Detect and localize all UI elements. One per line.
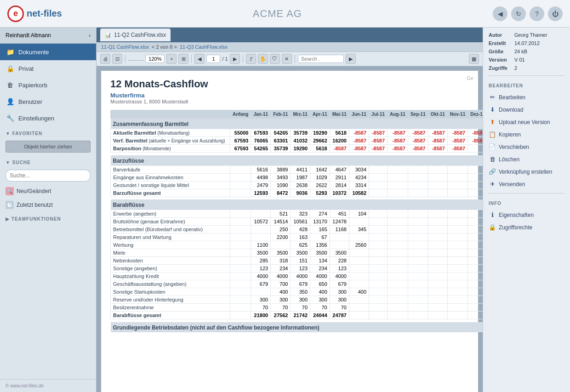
cell — [408, 226, 428, 233]
search-item-neu[interactable]: 🔍 Neu/Geändert — [0, 184, 96, 198]
cell: 67593 — [251, 129, 271, 137]
action-zugriffsrechte[interactable]: 🔒 Zugriffsrechte — [489, 222, 564, 233]
col-header-mai: Mai-11 — [330, 110, 349, 119]
excel-icon: 📊 — [105, 32, 111, 38]
search-input[interactable] — [6, 170, 91, 182]
cell: 4647 — [330, 165, 349, 173]
cell — [428, 312, 447, 319]
user-row[interactable]: Reinhardt Altmann › — [0, 28, 96, 44]
file-tab-active[interactable]: 📊 11-Q2 CashFlow.xlsx — [100, 28, 171, 41]
cell: 428 — [291, 226, 310, 233]
row-label: Verf. Barmittel (aktuelle + Eingänge vor… — [111, 137, 230, 145]
sidebar-item-papierkorb[interactable]: 🗑 Papierkorb — [0, 77, 96, 93]
row-label: Barverkäufe — [111, 165, 230, 173]
cell: 19290 — [310, 129, 330, 137]
groesse-label: Größe — [489, 49, 513, 54]
sidebar-item-benutzer[interactable]: 👤 Benutzer — [0, 93, 96, 110]
action-label: Verschieben — [499, 144, 529, 150]
company-name: ACME AG — [253, 8, 302, 20]
cell — [388, 257, 408, 265]
cell: 2814 — [330, 181, 349, 189]
cell: 234 — [310, 265, 330, 273]
back-icon[interactable]: ◀ — [493, 6, 507, 21]
table-row: Barzuflüsse gesamt 12593 8472 9036 5293 … — [111, 189, 483, 197]
cell — [388, 265, 408, 273]
cell — [428, 218, 447, 226]
cell: 4000 — [271, 273, 291, 280]
next-file-link[interactable]: 11-Q3 CashFlow.xlsx — [180, 44, 228, 50]
cell: -8587 — [428, 137, 447, 145]
next-page-button[interactable]: ▶ — [230, 54, 240, 64]
power-icon[interactable]: ⏻ — [548, 6, 563, 21]
select-button[interactable]: 𝑇 — [246, 54, 256, 64]
action-bearbeiten[interactable]: ✏ Bearbeiten — [489, 92, 564, 102]
cell: 3500 — [271, 249, 291, 257]
cell — [408, 257, 428, 265]
document-view[interactable]: Ge 12 Monats-Cashflow Musterfirma Muster… — [97, 66, 483, 392]
cell — [408, 280, 428, 288]
cell — [408, 165, 428, 173]
cell: 19290 — [291, 145, 310, 153]
table-row: Geschäftsausstattung (angeben) 679 700 6… — [111, 280, 483, 288]
sidebar-item-dokumente[interactable]: 📁 Dokumente — [0, 44, 96, 60]
sidebar-item-privat[interactable]: 🔒 Privat — [0, 60, 96, 77]
sidebar-toggle-button[interactable]: ▦ — [469, 54, 479, 64]
fit-button[interactable]: ⊡ — [112, 54, 122, 64]
cell: 5616 — [251, 165, 271, 173]
divider2 — [489, 193, 564, 193]
prev-page-button[interactable]: ◀ — [194, 54, 205, 64]
cell — [388, 165, 408, 173]
document-content: Ge 12 Monats-Cashflow Musterfirma Muster… — [101, 71, 478, 392]
cell — [230, 226, 251, 233]
action-verschieben[interactable]: 📄 Verschieben — [489, 142, 564, 152]
cell — [428, 304, 447, 312]
fav-drop-zone[interactable]: Objekt hierher ziehen — [6, 141, 91, 153]
cell: 300 — [271, 296, 291, 304]
bookmark-button[interactable]: ⛉ — [270, 54, 280, 64]
cell: 70 — [330, 304, 349, 312]
cell: 123 — [251, 265, 271, 273]
cell — [388, 181, 408, 189]
cell — [349, 233, 369, 241]
action-upload[interactable]: ⬆ Upload neue Version — [489, 117, 564, 127]
cell: 4411 — [291, 165, 310, 173]
cell: -8587 — [349, 137, 369, 145]
print-button[interactable]: 🖨 — [100, 54, 110, 64]
section-barzufluesse: Barzuflüsse — [111, 155, 483, 166]
sidebar-item-einstellungen[interactable]: 🔧 Einstellungen — [0, 110, 96, 126]
close-button[interactable]: ✕ — [282, 54, 292, 64]
action-loeschen[interactable]: 🗑 Löschen — [489, 154, 564, 165]
help-icon[interactable]: ? — [530, 6, 544, 21]
cell — [468, 312, 483, 319]
action-eigenschaften[interactable]: ℹ Eigenschaften — [489, 210, 564, 220]
action-kopieren[interactable]: 📋 Kopieren — [489, 129, 564, 140]
prev-file-link[interactable]: 11-Q1 CashFlow.xlsx — [101, 44, 149, 50]
table-row: Aktuelle Barmittel (Monatsanfang) 55000 … — [111, 129, 483, 137]
cell: 163 — [291, 233, 310, 241]
action-versenden[interactable]: ✈ Versenden — [489, 179, 564, 189]
zoom-in-button[interactable]: + — [166, 54, 177, 64]
search-item-zuletzt[interactable]: 🕒 Zuletzt benutzt — [0, 198, 96, 212]
cell: 4234 — [349, 173, 369, 181]
cell — [447, 312, 467, 319]
table-row: Nebenkosten 285 318 151 134 228 — [111, 257, 483, 265]
page-input[interactable] — [206, 55, 220, 63]
cell: -8587 — [349, 129, 369, 137]
cell — [388, 226, 408, 233]
user-name: Reinhardt Altmann — [6, 32, 51, 39]
cell — [388, 296, 408, 304]
cell: 14514 — [271, 218, 291, 226]
cell — [349, 257, 369, 265]
fit-page-button[interactable]: ⊞ — [178, 54, 188, 64]
cell — [369, 233, 388, 241]
search-next-button[interactable]: ▶ — [346, 54, 356, 64]
refresh-icon[interactable]: ↻ — [511, 6, 526, 21]
action-verknuepfung[interactable]: 🔗 Verknüpfung erstellen — [489, 166, 564, 177]
action-download[interactable]: ⬇ Download — [489, 104, 564, 115]
cell: 10372 — [330, 189, 349, 197]
hand-button[interactable]: ✋ — [258, 54, 268, 64]
row-label: Hauptzahlung Kredit — [111, 273, 230, 280]
table-row: Besitzerentnahme 70 70 70 70 70 — [111, 304, 483, 312]
cell: 151 — [291, 257, 310, 265]
search-toolbar-input[interactable] — [298, 55, 344, 63]
